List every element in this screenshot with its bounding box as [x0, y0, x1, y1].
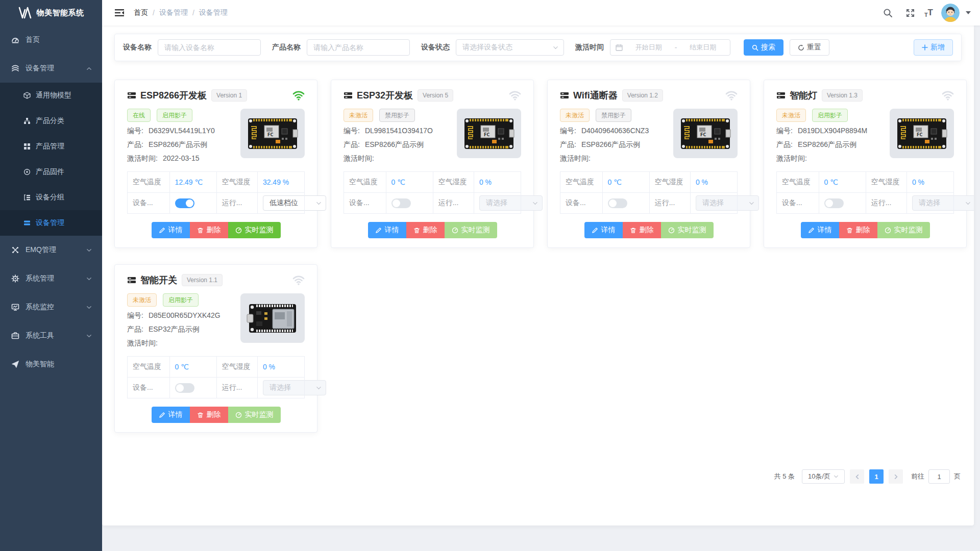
run-mode-value: 请选择: [919, 198, 940, 208]
delete-button[interactable]: 删除: [190, 222, 228, 238]
detail-button[interactable]: 详情: [584, 222, 623, 238]
edit-icon: [159, 227, 165, 234]
status-tag: 在线: [127, 109, 151, 122]
product-label: 产品:: [776, 140, 793, 148]
run-mode-select[interactable]: 请选择: [912, 195, 974, 211]
device-image: FC: [673, 109, 738, 158]
activation-date-range[interactable]: 开始日期 - 结束日期: [610, 39, 730, 56]
temp-label: 空气温度: [128, 357, 170, 378]
logo-icon: [18, 7, 32, 19]
search-icon[interactable]: [879, 4, 897, 21]
svg-text:FC: FC: [700, 133, 706, 137]
gauge-icon: [452, 227, 458, 234]
product-value: ESP8266产品示例: [149, 140, 207, 148]
sidebar-item-system-tools[interactable]: 系统工具: [0, 321, 102, 350]
detail-button[interactable]: 详情: [152, 222, 190, 238]
reset-button[interactable]: 重置: [790, 39, 829, 56]
user-menu-caret-icon[interactable]: [966, 11, 971, 14]
breadcrumb-home[interactable]: 首页: [134, 8, 148, 17]
delete-button[interactable]: 删除: [190, 407, 228, 423]
detail-button[interactable]: 详情: [152, 407, 190, 423]
product-value: ESP8266产品示例: [581, 140, 640, 148]
sidebar-item-system-monitor[interactable]: 系统监控: [0, 293, 102, 321]
status-tag: 未激活: [560, 109, 590, 122]
sidebar-item-label: 系统工具: [26, 331, 54, 340]
detail-button[interactable]: 详情: [368, 222, 406, 238]
logo[interactable]: 物美智能系统: [0, 0, 102, 26]
device-switch-toggle[interactable]: [391, 198, 411, 208]
hum-label: 空气湿度: [649, 172, 690, 193]
monitor-button-label: 实时监测: [678, 226, 706, 235]
monitor-button[interactable]: 实时监测: [661, 222, 714, 238]
sidebar-item-product-firmware[interactable]: 产品固件: [0, 159, 102, 185]
run-mode-select[interactable]: 低速档位: [263, 195, 326, 211]
goto-page-input[interactable]: [928, 469, 950, 484]
device-layers-icon: [11, 64, 19, 72]
run-mode-select[interactable]: 请选择: [263, 380, 326, 395]
prev-page-button[interactable]: [850, 469, 864, 484]
font-size-icon[interactable]: TT: [924, 8, 933, 18]
collapse-sidebar-icon[interactable]: [114, 8, 125, 18]
sidebar-item-home[interactable]: 首页: [0, 26, 102, 54]
monitor-button-label: 实时监测: [894, 226, 923, 235]
sidebar-item-device-management[interactable]: 设备管理: [0, 54, 102, 83]
next-page-button[interactable]: [889, 469, 903, 484]
sidebar-item-emq[interactable]: EMQ管理: [0, 236, 102, 264]
sidebar-item-device-group[interactable]: 设备分组: [0, 185, 102, 210]
run-label: 运行...: [866, 193, 906, 214]
status-tags: 未激活启用影子: [776, 109, 885, 122]
detail-button[interactable]: 详情: [801, 222, 839, 238]
edit-icon: [375, 227, 382, 234]
delete-button[interactable]: 删除: [406, 222, 445, 238]
serial-label: 编号:: [560, 127, 576, 135]
delete-button[interactable]: 删除: [839, 222, 877, 238]
chevron-down-icon: [86, 305, 92, 310]
product-name-input[interactable]: [307, 39, 410, 56]
device-status-select[interactable]: 请选择设备状态: [456, 39, 564, 56]
temp-label: 空气温度: [128, 172, 170, 193]
status-tag: 未激活: [776, 109, 806, 122]
hum-value: 0 %: [690, 172, 737, 193]
monitor-button[interactable]: 实时监测: [445, 222, 497, 238]
fullscreen-icon[interactable]: [902, 4, 919, 21]
breadcrumb: 首页 / 设备管理 / 设备管理: [134, 8, 228, 17]
sidebar-item-system-management[interactable]: 系统管理: [0, 264, 102, 293]
page-size-select[interactable]: 10条/页: [802, 469, 845, 484]
gauge-icon: [235, 227, 242, 234]
delete-button[interactable]: 删除: [623, 222, 661, 238]
sidebar-item-wumei-smart[interactable]: 物美智能: [0, 350, 102, 379]
device-name-input[interactable]: [158, 39, 261, 56]
device-switch-toggle[interactable]: [608, 198, 627, 208]
sidebar-item-label: 设备管理: [26, 64, 54, 73]
metrics-table: 空气温度 0 ℃ 空气湿度 0 % 设备... 运行... 请选择: [127, 356, 305, 398]
status-tag: 未激活: [127, 293, 157, 307]
sidebar-item-device-management-active[interactable]: 设备管理: [0, 210, 102, 236]
product-label: 产品:: [127, 140, 143, 148]
svg-text:FC: FC: [484, 133, 489, 137]
sidebar-item-thing-model[interactable]: 通用物模型: [0, 83, 102, 108]
search-button[interactable]: 搜索: [744, 39, 783, 56]
activation-label: 激活时间:: [127, 154, 158, 162]
run-mode-select[interactable]: 请选择: [696, 195, 759, 211]
esp8266-board-image: FC: [895, 114, 948, 153]
add-device-button[interactable]: 新增: [914, 39, 953, 56]
detail-button-label: 详情: [385, 226, 399, 235]
detail-button-label: 详情: [601, 226, 616, 235]
current-page-button[interactable]: 1: [869, 469, 884, 484]
device-server-icon: [127, 276, 136, 285]
monitor-button[interactable]: 实时监测: [228, 407, 281, 423]
end-date-placeholder: 结束日期: [681, 43, 725, 52]
device-switch-toggle[interactable]: [824, 198, 844, 208]
sidebar-item-product-category[interactable]: 产品分类: [0, 108, 102, 134]
run-label: 运行...: [216, 193, 257, 214]
avatar[interactable]: [941, 4, 960, 22]
sidebar-item-product-management[interactable]: 产品管理: [0, 134, 102, 159]
run-mode-select[interactable]: 请选择: [479, 195, 543, 211]
device-title: ESP8266开发板: [140, 89, 207, 102]
device-switch-toggle[interactable]: [175, 198, 194, 208]
monitor-button[interactable]: 实时监测: [877, 222, 930, 238]
monitor-button[interactable]: 实时监测: [228, 222, 281, 238]
device-switch-toggle[interactable]: [175, 383, 194, 393]
page-unit-label: 页: [954, 472, 961, 481]
breadcrumb-current: 设备管理: [199, 8, 228, 17]
